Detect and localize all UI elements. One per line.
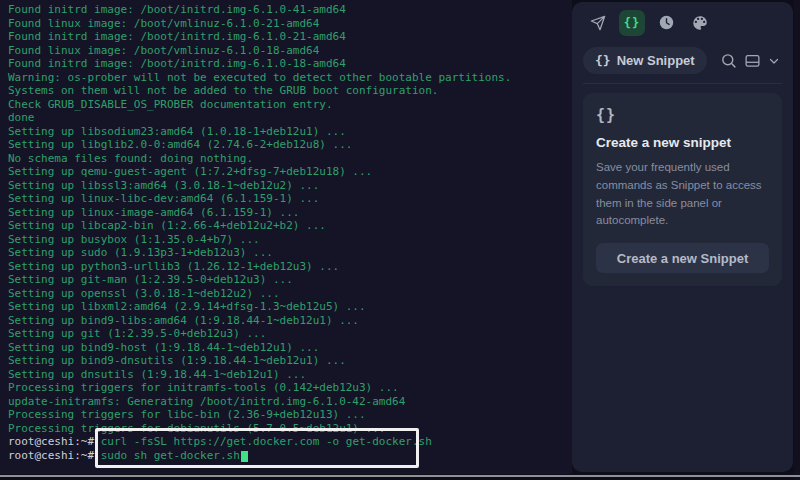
sidebar-toolbar: {}: [572, 2, 793, 38]
snippets-sidebar: {} {} New Snippet: [572, 2, 793, 472]
shell-prompt: root@ceshi:~#: [8, 435, 101, 448]
terminal-line: root@ceshi:~# curl -fsSL https://get.doc…: [8, 435, 572, 449]
new-snippet-button[interactable]: {} New Snippet: [583, 47, 707, 74]
terminal-line: Setting up bind9-libs:amd64 (1:9.18.44-1…: [8, 314, 572, 328]
search-icon[interactable]: [720, 52, 737, 69]
snippet-header-row: {} New Snippet: [572, 38, 793, 82]
chevron-down-icon[interactable]: [768, 55, 780, 67]
shell-command: sudo sh get-docker.sh: [101, 449, 240, 462]
terminal-line: Processing triggers for libc-bin (2.36-9…: [8, 408, 572, 422]
terminal-line: Setting up linux-image-amd64 (6.1.159-1)…: [8, 206, 572, 220]
panel-layout-icon[interactable]: [744, 52, 761, 69]
terminal-line: Setting up libxml2:amd64 (2.9.14+dfsg-1.…: [8, 300, 572, 314]
terminal-line: Check GRUB_DISABLE_OS_PROBER documentati…: [8, 98, 572, 112]
terminal-line: Systems on them will not be added to the…: [8, 84, 572, 98]
terminal-line: update-initramfs: Generating /boot/initr…: [8, 395, 572, 409]
card-title: Create a new snippet: [596, 135, 769, 150]
create-snippet-button[interactable]: Create a new Snippet: [596, 243, 769, 273]
terminal-line: Found linux image: /boot/vmlinuz-6.1.0-2…: [8, 17, 572, 31]
terminal-line: done: [8, 111, 572, 125]
terminal-line: root@ceshi:~# sudo sh get-docker.sh: [8, 449, 572, 463]
terminal-line: Setting up sudo (1.9.13p3-1+deb12u3) ...: [8, 246, 572, 260]
terminal-line: Setting up dnsutils (1:9.18.44-1~deb12u1…: [8, 368, 572, 382]
terminal-line: Processing triggers for debianutils (5.7…: [8, 422, 572, 436]
terminal-line: Processing triggers for initramfs-tools …: [8, 381, 572, 395]
window-bottom-edge: [0, 475, 800, 477]
terminal-line: No schema files found: doing nothing.: [8, 152, 572, 166]
create-snippet-card: {} Create a new snippet Save your freque…: [583, 93, 782, 286]
terminal-line: Setting up libcap2-bin (1:2.66-4+deb12u2…: [8, 219, 572, 233]
terminal-line: Setting up libsodium23:amd64 (1.0.18-1+d…: [8, 125, 572, 139]
scrollbar-track[interactable]: [794, 0, 800, 480]
terminal-line: Setting up qemu-guest-agent (1:7.2+dfsg-…: [8, 165, 572, 179]
terminal-line: Found initrd image: /boot/initrd.img-6.1…: [8, 3, 572, 17]
terminal-line: Setting up busybox (1:1.35.0-4+b7) ...: [8, 233, 572, 247]
send-icon[interactable]: [585, 10, 611, 36]
themes-icon[interactable]: [687, 10, 713, 36]
terminal-line: Setting up bind9-host (1:9.18.44-1~deb12…: [8, 341, 572, 355]
terminal-output[interactable]: Found initrd image: /boot/initrd.img-6.1…: [0, 0, 572, 474]
terminal-line: Setting up python3-urllib3 (1.26.12-1+de…: [8, 260, 572, 274]
terminal-line: Setting up bind9-dnsutils (1:9.18.44-1~d…: [8, 354, 572, 368]
card-body-text: Save your frequently used commands as Sn…: [596, 159, 772, 230]
terminal-cursor: [241, 451, 248, 462]
snippets-icon[interactable]: {}: [619, 10, 645, 36]
terminal-line: Warning: os-prober will not be executed …: [8, 71, 572, 85]
divider: [583, 83, 782, 84]
terminal-line: Setting up linux-libc-dev:amd64 (6.1.159…: [8, 192, 572, 206]
terminal-line: Setting up libssl3:amd64 (3.0.18-1~deb12…: [8, 179, 572, 193]
new-snippet-label: New Snippet: [617, 53, 695, 68]
terminal-line: Setting up openssl (3.0.18-1~deb12u2) ..…: [8, 287, 572, 301]
braces-icon: {}: [596, 106, 769, 124]
terminal-line: Setting up libglib2.0-0:amd64 (2.74.6-2+…: [8, 138, 572, 152]
terminal-line: Found linux image: /boot/vmlinuz-6.1.0-1…: [8, 44, 572, 58]
terminal-line: Setting up git (1:2.39.5-0+deb12u3) ...: [8, 327, 572, 341]
terminal-line: Found initrd image: /boot/initrd.img-6.1…: [8, 57, 572, 71]
terminal-line: Setting up git-man (1:2.39.5-0+deb12u3) …: [8, 273, 572, 287]
braces-icon: {}: [595, 53, 611, 68]
shell-command: curl -fsSL https://get.docker.com -o get…: [101, 435, 432, 448]
shell-prompt: root@ceshi:~#: [8, 449, 101, 462]
terminal-line: Found initrd image: /boot/initrd.img-6.1…: [8, 30, 572, 44]
history-icon[interactable]: [653, 10, 679, 36]
